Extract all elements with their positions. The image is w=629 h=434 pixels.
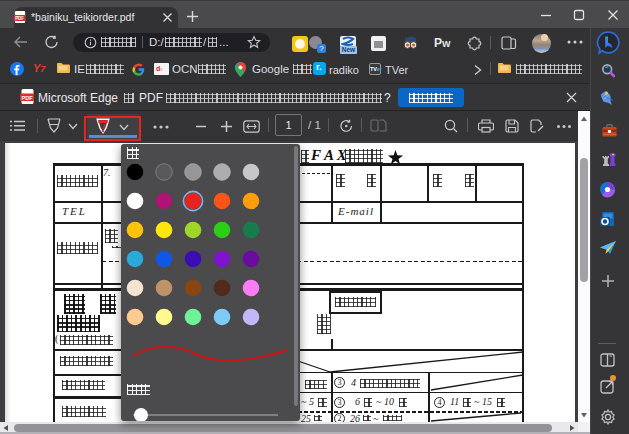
svg-text:PDF: PDF <box>15 16 24 21</box>
svg-text:PDF: PDF <box>21 95 33 101</box>
